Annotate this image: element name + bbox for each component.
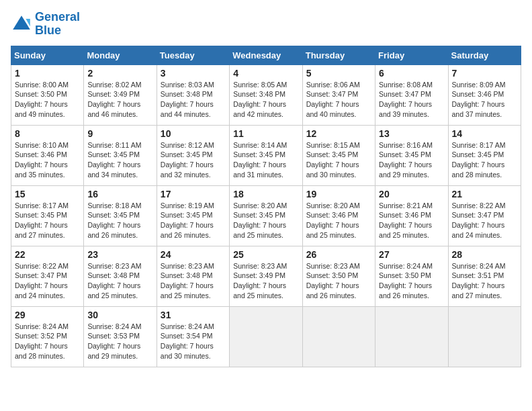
day-number: 29 <box>15 310 80 320</box>
day-number: 15 <box>15 189 80 199</box>
day-info: Sunrise: 8:22 AM Sunset: 3:47 PM Dayligh… <box>15 261 80 301</box>
calendar-day-cell <box>375 306 448 367</box>
calendar-day-cell: 27 Sunrise: 8:24 AM Sunset: 3:50 PM Dayl… <box>375 246 448 306</box>
day-number: 30 <box>87 310 152 320</box>
day-info: Sunrise: 8:09 AM Sunset: 3:46 PM Dayligh… <box>452 80 517 120</box>
calendar-day-cell: 16 Sunrise: 8:18 AM Sunset: 3:45 PM Dayl… <box>84 185 157 246</box>
calendar-day-cell: 5 Sunrise: 8:06 AM Sunset: 3:47 PM Dayli… <box>302 64 375 125</box>
day-info: Sunrise: 8:15 AM Sunset: 3:45 PM Dayligh… <box>306 140 371 180</box>
calendar-day-cell: 3 Sunrise: 8:03 AM Sunset: 3:48 PM Dayli… <box>157 64 229 125</box>
calendar-day-cell: 18 Sunrise: 8:20 AM Sunset: 3:45 PM Dayl… <box>230 185 302 246</box>
day-info: Sunrise: 8:24 AM Sunset: 3:54 PM Dayligh… <box>161 322 226 361</box>
day-info: Sunrise: 8:03 AM Sunset: 3:48 PM Dayligh… <box>161 80 226 120</box>
day-info: Sunrise: 8:17 AM Sunset: 3:45 PM Dayligh… <box>452 140 517 180</box>
logo-text: General Blue <box>35 11 80 38</box>
day-number: 8 <box>15 128 80 139</box>
day-info: Sunrise: 8:00 AM Sunset: 3:50 PM Dayligh… <box>15 80 80 120</box>
page-header: General Blue <box>11 11 521 38</box>
day-info: Sunrise: 8:23 AM Sunset: 3:49 PM Dayligh… <box>233 261 298 301</box>
calendar-day-cell: 31 Sunrise: 8:24 AM Sunset: 3:54 PM Dayl… <box>157 306 229 367</box>
calendar-day-cell: 8 Sunrise: 8:10 AM Sunset: 3:46 PM Dayli… <box>11 125 84 185</box>
calendar-day-cell: 24 Sunrise: 8:23 AM Sunset: 3:48 PM Dayl… <box>157 246 229 306</box>
calendar-table: SundayMondayTuesdayWednesdayThursdayFrid… <box>11 46 521 367</box>
day-number: 19 <box>306 189 371 199</box>
calendar-day-cell: 20 Sunrise: 8:21 AM Sunset: 3:46 PM Dayl… <box>375 185 448 246</box>
calendar-day-cell: 30 Sunrise: 8:24 AM Sunset: 3:53 PM Dayl… <box>84 306 157 367</box>
day-number: 14 <box>452 128 517 139</box>
day-number: 2 <box>87 68 152 79</box>
day-info: Sunrise: 8:19 AM Sunset: 3:45 PM Dayligh… <box>161 201 226 240</box>
day-number: 31 <box>161 310 226 320</box>
day-info: Sunrise: 8:24 AM Sunset: 3:53 PM Dayligh… <box>87 322 152 361</box>
day-info: Sunrise: 8:24 AM Sunset: 3:50 PM Dayligh… <box>379 261 444 301</box>
calendar-day-cell: 14 Sunrise: 8:17 AM Sunset: 3:45 PM Dayl… <box>448 125 521 185</box>
day-number: 24 <box>161 249 226 260</box>
day-number: 1 <box>15 68 80 79</box>
calendar-day-cell <box>448 306 521 367</box>
day-number: 28 <box>452 249 517 260</box>
day-info: Sunrise: 8:23 AM Sunset: 3:48 PM Dayligh… <box>87 261 152 301</box>
calendar-day-cell: 22 Sunrise: 8:22 AM Sunset: 3:47 PM Dayl… <box>11 246 84 306</box>
day-number: 10 <box>161 128 226 139</box>
calendar-day-cell: 26 Sunrise: 8:23 AM Sunset: 3:50 PM Dayl… <box>302 246 375 306</box>
calendar-day-cell: 4 Sunrise: 8:05 AM Sunset: 3:48 PM Dayli… <box>230 64 302 125</box>
day-info: Sunrise: 8:14 AM Sunset: 3:45 PM Dayligh… <box>233 140 298 180</box>
day-number: 27 <box>379 249 444 260</box>
day-info: Sunrise: 8:23 AM Sunset: 3:50 PM Dayligh… <box>306 261 371 301</box>
day-of-week-header: Sunday <box>11 46 84 64</box>
day-info: Sunrise: 8:10 AM Sunset: 3:46 PM Dayligh… <box>15 140 80 180</box>
day-number: 12 <box>306 128 371 139</box>
calendar-day-cell: 7 Sunrise: 8:09 AM Sunset: 3:46 PM Dayli… <box>448 64 521 125</box>
calendar-day-cell <box>230 306 302 367</box>
calendar-week-row: 15 Sunrise: 8:17 AM Sunset: 3:45 PM Dayl… <box>11 185 521 246</box>
calendar-day-cell: 1 Sunrise: 8:00 AM Sunset: 3:50 PM Dayli… <box>11 64 84 125</box>
calendar-day-cell <box>302 306 375 367</box>
day-number: 23 <box>87 249 152 260</box>
day-number: 9 <box>87 128 152 139</box>
day-number: 25 <box>233 249 298 260</box>
calendar-week-row: 29 Sunrise: 8:24 AM Sunset: 3:52 PM Dayl… <box>11 306 521 367</box>
day-number: 26 <box>306 249 371 260</box>
day-of-week-header: Saturday <box>448 46 521 64</box>
calendar-day-cell: 25 Sunrise: 8:23 AM Sunset: 3:49 PM Dayl… <box>230 246 302 306</box>
calendar-day-cell: 17 Sunrise: 8:19 AM Sunset: 3:45 PM Dayl… <box>157 185 229 246</box>
day-info: Sunrise: 8:18 AM Sunset: 3:45 PM Dayligh… <box>87 201 152 240</box>
calendar-day-cell: 15 Sunrise: 8:17 AM Sunset: 3:45 PM Dayl… <box>11 185 84 246</box>
day-info: Sunrise: 8:24 AM Sunset: 3:52 PM Dayligh… <box>15 322 80 361</box>
day-number: 11 <box>233 128 298 139</box>
calendar-day-cell: 10 Sunrise: 8:12 AM Sunset: 3:45 PM Dayl… <box>157 125 229 185</box>
day-number: 7 <box>452 68 517 79</box>
day-info: Sunrise: 8:20 AM Sunset: 3:45 PM Dayligh… <box>233 201 298 240</box>
day-info: Sunrise: 8:05 AM Sunset: 3:48 PM Dayligh… <box>233 80 298 120</box>
calendar-day-cell: 12 Sunrise: 8:15 AM Sunset: 3:45 PM Dayl… <box>302 125 375 185</box>
svg-marker-0 <box>13 15 30 30</box>
day-info: Sunrise: 8:20 AM Sunset: 3:46 PM Dayligh… <box>306 201 371 240</box>
day-info: Sunrise: 8:22 AM Sunset: 3:47 PM Dayligh… <box>452 201 517 240</box>
calendar-header-row: SundayMondayTuesdayWednesdayThursdayFrid… <box>11 46 521 64</box>
day-info: Sunrise: 8:06 AM Sunset: 3:47 PM Dayligh… <box>306 80 371 120</box>
calendar-day-cell: 28 Sunrise: 8:24 AM Sunset: 3:51 PM Dayl… <box>448 246 521 306</box>
day-number: 4 <box>233 68 298 79</box>
day-info: Sunrise: 8:23 AM Sunset: 3:48 PM Dayligh… <box>161 261 226 301</box>
day-of-week-header: Monday <box>84 46 157 64</box>
logo-icon <box>11 13 32 35</box>
calendar-week-row: 8 Sunrise: 8:10 AM Sunset: 3:46 PM Dayli… <box>11 125 521 185</box>
day-info: Sunrise: 8:12 AM Sunset: 3:45 PM Dayligh… <box>161 140 226 180</box>
day-of-week-header: Friday <box>375 46 448 64</box>
calendar-day-cell: 23 Sunrise: 8:23 AM Sunset: 3:48 PM Dayl… <box>84 246 157 306</box>
day-number: 22 <box>15 249 80 260</box>
day-number: 16 <box>87 189 152 199</box>
calendar-day-cell: 19 Sunrise: 8:20 AM Sunset: 3:46 PM Dayl… <box>302 185 375 246</box>
day-info: Sunrise: 8:16 AM Sunset: 3:45 PM Dayligh… <box>379 140 444 180</box>
calendar-day-cell: 11 Sunrise: 8:14 AM Sunset: 3:45 PM Dayl… <box>230 125 302 185</box>
day-number: 20 <box>379 189 444 199</box>
day-number: 18 <box>233 189 298 199</box>
day-info: Sunrise: 8:08 AM Sunset: 3:47 PM Dayligh… <box>379 80 444 120</box>
logo: General Blue <box>11 11 80 38</box>
calendar-day-cell: 2 Sunrise: 8:02 AM Sunset: 3:49 PM Dayli… <box>84 64 157 125</box>
calendar-day-cell: 21 Sunrise: 8:22 AM Sunset: 3:47 PM Dayl… <box>448 185 521 246</box>
day-info: Sunrise: 8:21 AM Sunset: 3:46 PM Dayligh… <box>379 201 444 240</box>
day-number: 3 <box>161 68 226 79</box>
day-info: Sunrise: 8:17 AM Sunset: 3:45 PM Dayligh… <box>15 201 80 240</box>
day-number: 5 <box>306 68 371 79</box>
